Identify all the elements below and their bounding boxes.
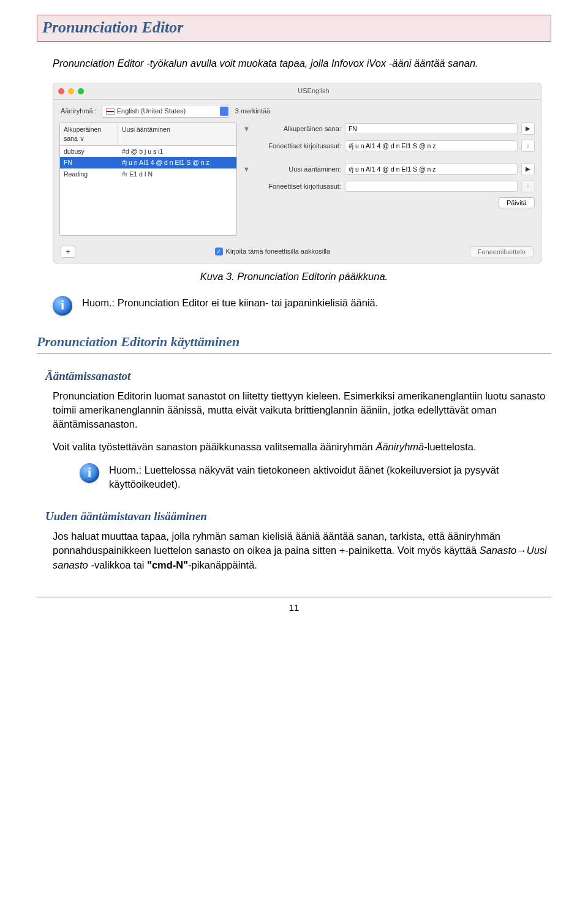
play-icon[interactable]: ▶ <box>521 163 535 175</box>
note-1-text: Huom.: Pronunciation Editor ei tue kiina… <box>82 296 378 310</box>
dictionaries-paragraph-2: Voit valita työstettävän sanaston pääikk… <box>53 440 551 454</box>
check-icon: ✓ <box>215 248 223 255</box>
page-footer: 11 <box>37 597 551 614</box>
word-list-header: Alkuperäinen sana ∨ Uusi ääntäminen <box>60 123 236 145</box>
play-icon[interactable]: ▶ <box>521 123 535 135</box>
new-pron-label: Uusi ääntäminen: <box>255 165 341 174</box>
zoom-icon[interactable] <box>78 88 84 94</box>
section-heading-usage: Pronunciation Editorin käyttäminen <box>37 333 551 354</box>
sort-icon: ∨ <box>80 135 85 142</box>
subheading-dictionaries: Ääntämissanastot <box>45 368 551 385</box>
entries-count: 3 merkintää <box>235 107 270 116</box>
chevron-down-icon[interactable]: ▼ <box>243 165 252 174</box>
add-button[interactable]: + <box>61 246 75 258</box>
table-row[interactable]: Reading #r E1 d I N <box>60 168 236 180</box>
toolbar: Ääniryhmä : English (United States) 3 me… <box>53 100 541 123</box>
window-title: USEnglish <box>91 86 536 96</box>
page-title-box: Pronunciation Editor <box>37 15 551 42</box>
col-new[interactable]: Uusi ääntäminen <box>118 123 236 145</box>
dictionaries-paragraph-1: Pronunciation Editorin luomat sanastot o… <box>53 389 551 431</box>
original-word-input[interactable] <box>345 123 518 134</box>
chevron-down-icon[interactable]: ▼ <box>243 124 252 134</box>
intro-paragraph: Pronunciation Editor -työkalun avulla vo… <box>53 56 551 70</box>
add-pronunciation-paragraph: Jos haluat muuttaa tapaa, jolla ryhmän s… <box>53 529 551 572</box>
traffic-lights <box>58 88 84 94</box>
flag-icon <box>106 108 115 115</box>
original-word-label: Alkuperäinen sana: <box>255 124 341 134</box>
word-list[interactable]: Alkuperäinen sana ∨ Uusi ääntäminen dubu… <box>59 123 237 235</box>
phonetic2-label: Foneettiset kirjoitusasut: <box>255 182 341 191</box>
phonetic1-label: Foneettiset kirjoitusasut: <box>255 142 341 151</box>
voice-group-label: Ääniryhmä : <box>61 107 97 116</box>
voice-group-value: English (United States) <box>117 107 186 116</box>
edit-form: ▼ Alkuperäinen sana: ▶ ▼ Foneettiset kir… <box>243 123 535 235</box>
col-original: Alkuperäinen sana ∨ <box>60 123 118 145</box>
titlebar: USEnglish <box>53 83 541 99</box>
up-icon[interactable]: ↑ <box>521 180 535 192</box>
down-icon[interactable]: ↓ <box>521 140 535 152</box>
page-number: 11 <box>289 602 300 613</box>
phonetic2-input[interactable] <box>345 181 518 192</box>
phonetic1-input[interactable] <box>345 140 518 151</box>
table-row[interactable]: dubusy #d @ b j u s i1 <box>60 146 236 157</box>
main-content: Alkuperäinen sana ∨ Uusi ääntäminen dubu… <box>53 123 541 241</box>
update-button[interactable]: Päivitä <box>499 197 535 208</box>
new-pron-input[interactable] <box>345 164 518 175</box>
figure-caption: Kuva 3. Pronunciation Editorin pääikkuna… <box>37 270 551 284</box>
screenshot-window: USEnglish Ääniryhmä : English (United St… <box>53 83 541 263</box>
voice-group-select[interactable]: English (United States) <box>102 105 230 118</box>
table-row[interactable]: FN #j u n AI1 4 @ d n EI1 S @ n z <box>60 157 236 168</box>
close-icon[interactable] <box>58 88 64 94</box>
phoneme-list-button[interactable]: Foneemiluettelo <box>470 246 533 257</box>
phonetic-checkbox[interactable]: ✓ Kirjoita tämä foneettisilla aakkosilla <box>215 247 331 256</box>
note-2: i Huom.: Luettelossa näkyvät vain tietok… <box>80 463 551 491</box>
subheading-add-pronunciation: Uuden ääntämistavan lisääminen <box>45 509 551 525</box>
bottom-bar: + ✓ Kirjoita tämä foneettisilla aakkosil… <box>53 242 541 263</box>
checkbox-label: Kirjoita tämä foneettisilla aakkosilla <box>226 247 331 256</box>
page-title: Pronunciation Editor <box>42 18 183 36</box>
info-icon: i <box>53 296 72 316</box>
note-1: i Huom.: Pronunciation Editor ei tue kii… <box>53 296 551 316</box>
info-icon: i <box>80 463 99 483</box>
minimize-icon[interactable] <box>68 88 74 94</box>
note-2-text: Huom.: Luettelossa näkyvät vain tietokon… <box>109 463 551 491</box>
